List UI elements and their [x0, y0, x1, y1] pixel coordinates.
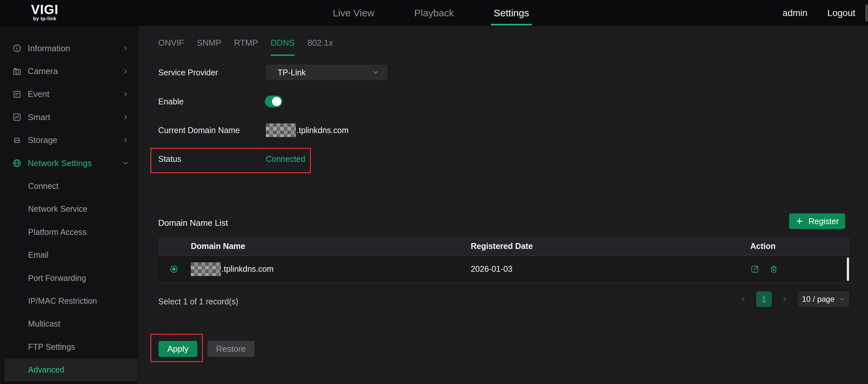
sidebar-item-label: Event	[28, 89, 122, 99]
storage-icon	[12, 136, 22, 145]
chevron-down-icon	[122, 159, 129, 167]
header-registered-date: Registered Date	[471, 241, 750, 251]
sidebar-subitem-ftp-settings[interactable]: FTP Settings	[0, 335, 138, 358]
tab-ddns[interactable]: DDNS	[271, 38, 295, 56]
sidebar-subitem-email[interactable]: Email	[0, 244, 138, 267]
row-action-cell	[750, 265, 850, 274]
chevron-right-icon	[122, 137, 129, 144]
sidebar-item-label: Storage	[28, 135, 122, 145]
next-page-icon[interactable]	[781, 295, 789, 303]
chevron-right-icon	[122, 114, 129, 121]
domain-suffix: .tplinkdns.com	[297, 126, 349, 135]
sidebar-item-label: Information	[28, 43, 122, 54]
tab-8021x[interactable]: 802.1x	[307, 38, 333, 56]
nav-settings[interactable]: Settings	[494, 0, 529, 26]
restore-button[interactable]: Restore	[208, 341, 254, 357]
current-domain-label: Current Domain Name	[158, 122, 240, 138]
service-provider-value: TP-Link	[278, 68, 306, 77]
radio-dot	[172, 268, 176, 271]
main-content: ONVIF SNMP RTMP DDNS 802.1x Service Prov…	[138, 26, 868, 384]
sidebar-subitem-connect[interactable]: Connect	[0, 175, 138, 197]
enable-label: Enable	[158, 94, 184, 109]
chevron-right-icon	[122, 68, 129, 75]
sidebar-item-label: Smart	[28, 112, 122, 122]
topbar: VIGI by tp-link Live View Playback Setti…	[0, 0, 868, 26]
header-domain-name: Domain Name	[191, 241, 471, 251]
record-summary: Select 1 of 1 record(s)	[158, 297, 239, 306]
status-label: Status	[158, 151, 181, 167]
page-size-value: 10 / page	[802, 295, 834, 304]
sidebar-item-event[interactable]: Event	[0, 83, 138, 106]
user-name[interactable]: admin	[782, 8, 807, 18]
table-scrollbar[interactable]	[847, 258, 849, 281]
event-icon	[12, 90, 22, 99]
status-value: Connected	[266, 151, 305, 167]
sidebar-item-label: Camera	[28, 66, 122, 76]
globe-icon	[12, 158, 22, 168]
vigi-settings-screen: VIGI by tp-link Live View Playback Setti…	[0, 0, 868, 384]
camera-icon	[12, 67, 22, 76]
pagination: 1 10 / page	[739, 291, 849, 307]
sidebar-subitem-advanced[interactable]: Advanced	[5, 358, 138, 381]
edit-icon[interactable]	[750, 265, 760, 274]
toggle-knob	[272, 97, 281, 106]
domain-table-header: Domain Name Registered Date Action	[158, 237, 850, 256]
info-icon	[12, 44, 22, 53]
page-scrollbar[interactable]	[865, 5, 868, 22]
header-action: Action	[750, 241, 850, 251]
sidebar-item-smart[interactable]: Smart	[0, 106, 138, 128]
sidebar-item-network-settings[interactable]: Network Settings	[0, 152, 138, 175]
sidebar: Information Camera Event	[0, 26, 138, 384]
sidebar-menu: Information Camera Event	[0, 37, 138, 381]
chevron-down-icon	[372, 69, 379, 76]
enable-toggle[interactable]	[265, 96, 282, 107]
logo-subtitle: by tp-link	[31, 16, 58, 21]
logout-button[interactable]: Logout	[827, 8, 855, 18]
apply-button[interactable]: Apply	[158, 341, 197, 357]
domain-table: Domain Name Registered Date Action .tpli…	[158, 237, 850, 283]
topbar-right: admin Logout	[782, 0, 855, 26]
sidebar-item-information[interactable]: Information	[0, 37, 138, 60]
previous-page-icon[interactable]	[739, 295, 747, 303]
nav-live-view[interactable]: Live View	[333, 0, 374, 26]
tab-snmp[interactable]: SNMP	[197, 38, 221, 56]
service-provider-select[interactable]: TP-Link	[266, 65, 388, 80]
smart-icon	[12, 113, 22, 122]
sidebar-subitem-multicast[interactable]: Multicast	[0, 313, 138, 335]
sidebar-item-camera[interactable]: Camera	[0, 60, 138, 83]
register-button-label: Register	[808, 217, 839, 226]
nav-playback[interactable]: Playback	[414, 0, 454, 26]
tab-onvif[interactable]: ONVIF	[158, 38, 184, 56]
sidebar-subitem-platform-access[interactable]: Platform Access	[0, 220, 138, 243]
logo-title: VIGI	[31, 3, 58, 16]
page-number-button[interactable]: 1	[756, 291, 772, 307]
page-size-select[interactable]: 10 / page	[798, 291, 849, 307]
table-row: .tplinkdns.com 2026-01-03	[158, 256, 850, 283]
row-radio-selected[interactable]	[170, 266, 178, 273]
redacted-domain-prefix	[266, 123, 296, 137]
top-navigation: Live View Playback Settings	[333, 0, 529, 26]
row-radio-cell	[158, 266, 191, 273]
tab-rtmp[interactable]: RTMP	[234, 38, 258, 56]
sidebar-subitem-network-service[interactable]: Network Service	[0, 198, 138, 220]
row-registered-date: 2026-01-03	[471, 264, 750, 274]
sidebar-subitem-port-forwarding[interactable]: Port Forwarding	[0, 267, 138, 289]
sidebar-item-storage[interactable]: Storage	[0, 129, 138, 152]
delete-icon[interactable]	[769, 265, 778, 274]
redacted-domain-prefix	[191, 262, 221, 276]
plus-icon	[795, 217, 804, 226]
row-domain-suffix: .tplinkdns.com	[221, 264, 274, 274]
domain-list-title: Domain Name List	[158, 218, 228, 228]
chevron-right-icon	[122, 45, 129, 52]
current-domain-value: .tplinkdns.com	[266, 122, 349, 138]
register-button[interactable]: Register	[789, 213, 845, 229]
row-domain-cell: .tplinkdns.com	[191, 262, 471, 276]
sidebar-subitem-ip-mac-restriction[interactable]: IP/MAC Restriction	[0, 289, 138, 312]
chevron-right-icon	[122, 91, 129, 98]
service-provider-label: Service Provider	[158, 65, 218, 80]
vigi-logo: VIGI by tp-link	[31, 3, 58, 21]
ddns-tabs: ONVIF SNMP RTMP DDNS 802.1x	[158, 38, 333, 56]
sidebar-item-label: Network Settings	[28, 158, 122, 168]
chevron-down-icon	[839, 296, 845, 302]
